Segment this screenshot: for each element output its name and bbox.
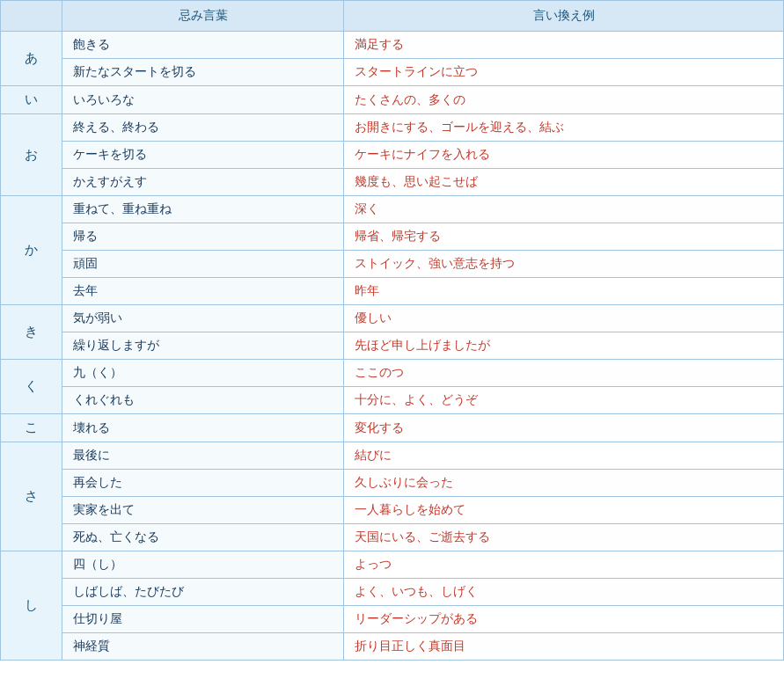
taboo-cell: いろいろな [62,86,344,114]
taboo-cell: ケーキを切る [62,142,344,169]
table-row: かえすがえす幾度も、思い起こせば [1,169,784,196]
taboo-cell: しばしば、たびたび [62,579,344,606]
replace-cell: ケーキにナイフを入れる [344,142,784,169]
main-container: 忌み言葉 言い換え例 あ飽きる満足する新たなスタートを切るスタートラインに立つい… [0,0,784,661]
table-row: く九（く）ここのつ [1,360,784,387]
taboo-cell: かえすがえす [62,169,344,196]
replace-cell: 先ほど申し上げましたが [344,332,784,360]
table-row: 帰る帰省、帰宅する [1,223,784,251]
taboo-cell: 仕切り屋 [62,606,344,633]
table-row: お終える、終わるお開きにする、ゴールを迎える、結ぶ [1,114,784,142]
replace-cell: 十分に、よく、どうぞ [344,387,784,414]
kana-cell: さ [1,442,62,551]
kana-cell: あ [1,32,62,86]
taboo-cell: 新たなスタートを切る [62,59,344,86]
table-row: 再会した久しぶりに会った [1,470,784,497]
table-row: あ飽きる満足する [1,32,784,59]
taboo-cell: 飽きる [62,32,344,59]
replace-cell: ストイック、強い意志を持つ [344,251,784,278]
replace-cell: 折り目正しく真面目 [344,633,784,661]
taboo-cell: 壊れる [62,414,344,442]
table-row: 仕切り屋リーダーシップがある [1,606,784,633]
replace-cell: 優しい [344,305,784,332]
table-row: くれぐれも十分に、よく、どうぞ [1,387,784,414]
replace-cell: よっつ [344,551,784,579]
taboo-cell: 頑固 [62,251,344,278]
kana-cell: く [1,360,62,414]
table-row: か重ねて、重ね重ね深く [1,196,784,223]
taboo-cell: 九（く） [62,360,344,387]
kana-cell: い [1,86,62,114]
kana-cell: こ [1,414,62,442]
table-row: 神経質折り目正しく真面目 [1,633,784,661]
kana-cell: き [1,305,62,360]
replace-cell: 一人暮らしを始めて [344,497,784,524]
replace-cell: 深く [344,196,784,223]
table-row: こ壊れる変化する [1,414,784,442]
replace-cell: 天国にいる、ご逝去する [344,524,784,551]
kana-cell: か [1,196,62,305]
taboo-cell: 終える、終わる [62,114,344,142]
header-taboo: 忌み言葉 [62,1,344,32]
taboo-cell: 気が弱い [62,305,344,332]
taboo-cell: 実家を出て [62,497,344,524]
taboo-cell: 死ぬ、亡くなる [62,524,344,551]
replace-cell: 幾度も、思い起こせば [344,169,784,196]
kana-cell: お [1,114,62,196]
replace-cell: 変化する [344,414,784,442]
taboo-cell: 繰り返しますが [62,332,344,360]
replace-cell: 結びに [344,442,784,470]
table-row: さ最後に結びに [1,442,784,470]
table-row: 新たなスタートを切るスタートラインに立つ [1,59,784,86]
table-row: 繰り返しますが先ほど申し上げましたが [1,332,784,360]
replace-cell: 久しぶりに会った [344,470,784,497]
taboo-cell: 神経質 [62,633,344,661]
table-row: 実家を出て一人暮らしを始めて [1,497,784,524]
table-row: 去年昨年 [1,278,784,305]
table-row: き気が弱い優しい [1,305,784,332]
replace-cell: ここのつ [344,360,784,387]
taboo-cell: 最後に [62,442,344,470]
replace-cell: よく、いつも、しげく [344,579,784,606]
replace-cell: リーダーシップがある [344,606,784,633]
replace-cell: 帰省、帰宅する [344,223,784,251]
table-row: ケーキを切るケーキにナイフを入れる [1,142,784,169]
table-row: いいろいろなたくさんの、多くの [1,86,784,114]
kana-cell: し [1,551,62,661]
replace-cell: 昨年 [344,278,784,305]
replace-cell: 満足する [344,32,784,59]
taboo-cell: 再会した [62,470,344,497]
table-row: 死ぬ、亡くなる天国にいる、ご逝去する [1,524,784,551]
taboo-cell: 帰る [62,223,344,251]
table-row: 頑固ストイック、強い意志を持つ [1,251,784,278]
header-replace: 言い換え例 [344,1,784,32]
taboo-words-table: 忌み言葉 言い換え例 あ飽きる満足する新たなスタートを切るスタートラインに立つい… [0,0,784,661]
table-row: しばしば、たびたびよく、いつも、しげく [1,579,784,606]
replace-cell: スタートラインに立つ [344,59,784,86]
table-row: し四（し）よっつ [1,551,784,579]
header-kana [1,1,62,32]
taboo-cell: 重ねて、重ね重ね [62,196,344,223]
replace-cell: たくさんの、多くの [344,86,784,114]
taboo-cell: くれぐれも [62,387,344,414]
taboo-cell: 去年 [62,278,344,305]
taboo-cell: 四（し） [62,551,344,579]
replace-cell: お開きにする、ゴールを迎える、結ぶ [344,114,784,142]
